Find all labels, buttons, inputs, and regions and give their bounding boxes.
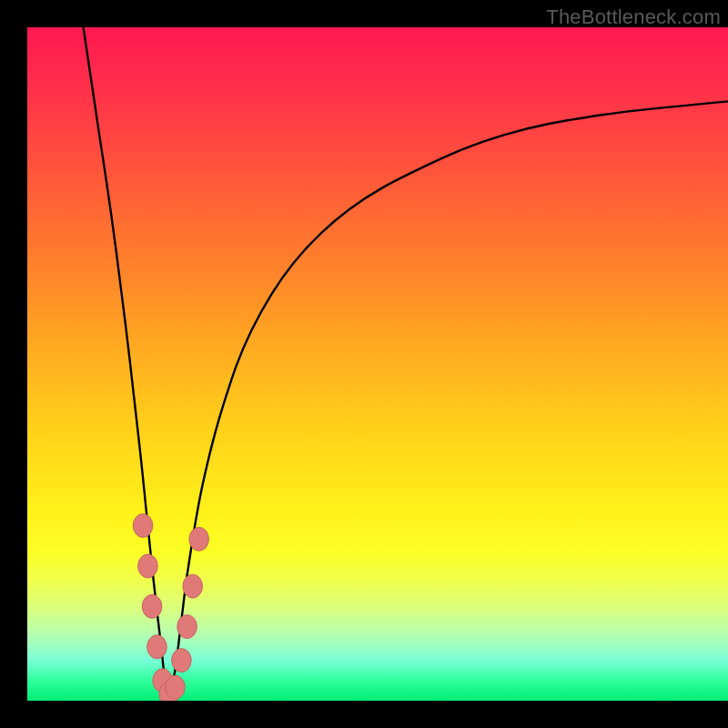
data-marker: [166, 675, 186, 699]
curve-layer: [84, 27, 728, 695]
marker-layer: [133, 514, 208, 701]
watermark-text: TheBottleneck.com: [546, 5, 721, 29]
chart-svg: [27, 27, 728, 701]
data-marker: [142, 594, 162, 618]
data-marker: [189, 527, 209, 551]
data-marker: [177, 615, 197, 639]
data-marker: [147, 635, 167, 659]
chart-frame: TheBottleneck.com: [0, 0, 728, 728]
data-marker: [183, 574, 203, 598]
data-marker: [138, 554, 158, 578]
plot-area: [27, 27, 728, 701]
data-marker: [133, 514, 153, 538]
bottleneck-curve: [84, 27, 728, 695]
data-marker: [172, 649, 192, 672]
